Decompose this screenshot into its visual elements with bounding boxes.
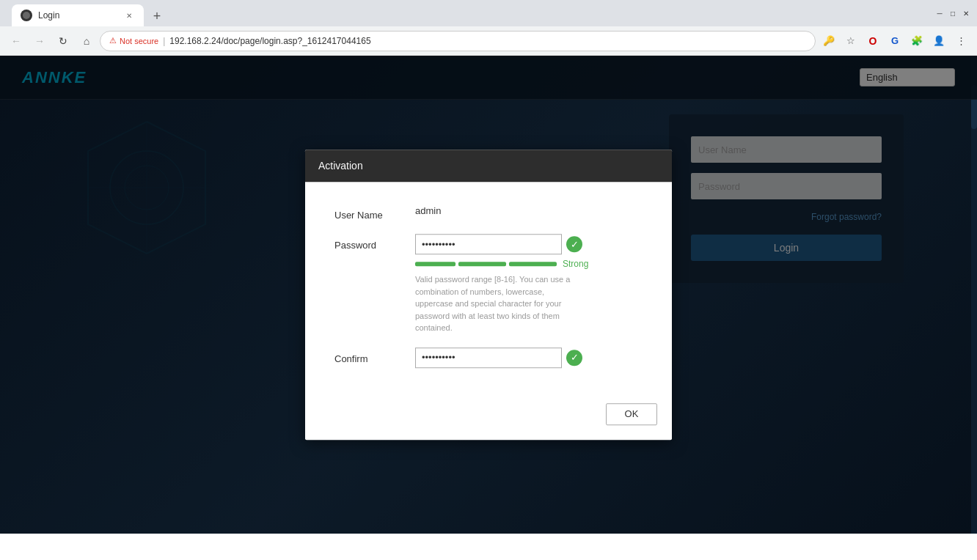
modal-confirm-input[interactable] [415,347,562,368]
nav-icons: 🔑 ☆ O G 🧩 👤 ⋮ [819,31,971,51]
new-tab-button[interactable]: + [147,6,167,26]
password-row: Password ✓ Strong Valid password range [334,234,643,334]
modal-title: Activation [318,160,363,172]
maximize-button[interactable]: □ [948,8,958,18]
key-icon[interactable]: 🔑 [819,31,839,51]
tab-bar: Login ✕ + [6,0,934,26]
forward-button[interactable]: → [29,31,50,51]
strength-segment-2 [458,262,506,266]
modal-footer: OK [305,403,672,440]
strength-segment-1 [415,262,455,266]
extension-icon[interactable]: 🧩 [907,31,927,51]
bookmark-icon[interactable]: ☆ [841,31,861,51]
strength-segment-3 [509,262,557,266]
address-url: 192.168.2.24/doc/page/login.asp?_1612417… [169,36,370,46]
window-controls: ─ □ ✕ [934,8,971,18]
browser-tab[interactable]: Login ✕ [12,4,144,26]
modal-body: User Name admin Password ✓ [305,182,672,403]
tab-title: Login [38,10,59,21]
opera-icon[interactable]: O [863,31,883,51]
page-content: ANNKE English Chinese Spanish French Ger… [0,56,977,534]
warning-icon: ⚠ [109,36,117,45]
username-value: admin [415,199,441,216]
address-bar[interactable]: ⚠ Not secure | 192.168.2.24/doc/page/log… [100,31,816,51]
home-button[interactable]: ⌂ [76,31,97,51]
ok-button[interactable]: OK [606,403,657,425]
tab-close-button[interactable]: ✕ [123,10,135,21]
tab-favicon [21,10,32,21]
back-button[interactable]: ← [6,31,26,51]
confirm-label: Confirm [334,347,415,364]
browser-chrome: Login ✕ + ─ □ ✕ ← → ↻ ⌂ ⚠ Not secure | 1… [0,0,977,56]
confirm-row: Confirm ✓ [334,347,643,368]
favicon-inner [23,12,30,19]
password-check-icon: ✓ [566,236,582,252]
menu-icon[interactable]: ⋮ [951,31,971,51]
reload-button[interactable]: ↻ [53,31,73,51]
confirm-field-wrap: ✓ [415,347,643,368]
security-text: Not secure [120,37,158,45]
username-value-wrap: admin [415,204,643,217]
security-indicator: ⚠ Not secure [109,36,158,45]
separator: | [163,36,165,46]
title-bar: Login ✕ + ─ □ ✕ [0,0,977,26]
password-label: Password [334,234,415,251]
nav-bar: ← → ↻ ⌂ ⚠ Not secure | 192.168.2.24/doc/… [0,26,977,56]
account-icon[interactable]: 👤 [929,31,949,51]
close-button[interactable]: ✕ [961,8,971,18]
activation-modal: Activation User Name admin Password ✓ [305,150,672,440]
modal-header: Activation [305,150,672,182]
username-label: User Name [334,204,415,221]
password-hint-text: Valid password range [8-16]. You can use… [415,273,577,334]
strength-label: Strong [563,259,588,269]
username-row: User Name admin [334,204,643,221]
password-strength-bar: Strong [415,259,643,269]
grammarly-icon[interactable]: G [885,31,905,51]
confirm-check-icon: ✓ [566,350,582,366]
password-field-wrap: ✓ Strong Valid password range [8-16]. Yo… [415,234,643,334]
modal-password-input[interactable] [415,234,562,254]
confirm-input-wrap: ✓ [415,347,643,368]
password-input-wrap: ✓ [415,234,643,254]
minimize-button[interactable]: ─ [934,8,945,18]
